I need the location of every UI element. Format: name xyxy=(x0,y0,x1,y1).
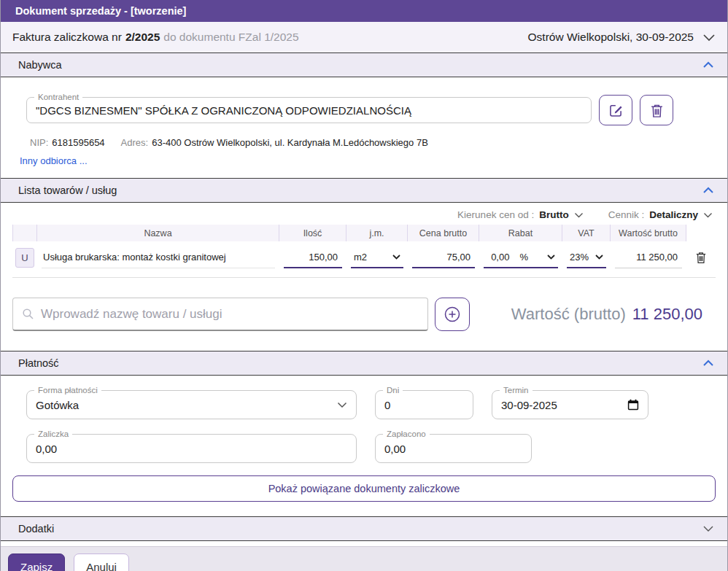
table-row: U Usługa brukarska: montaż kostki granit… xyxy=(12,244,716,271)
paid-value: 0,00 xyxy=(384,443,406,455)
delete-contractor-button[interactable] xyxy=(640,95,673,125)
chevron-down-icon xyxy=(574,212,584,218)
col-header-actions xyxy=(686,225,716,241)
save-button[interactable]: Zapisz xyxy=(8,553,65,571)
price-direction-label: Kierunek cen od : xyxy=(457,209,534,220)
action-footer: Zapisz Anuluj xyxy=(1,546,727,571)
advance-field[interactable]: Zaliczka 0,00 xyxy=(26,434,357,463)
nip-label: NIP: xyxy=(30,137,48,148)
days-field[interactable]: Dni 0 xyxy=(375,390,473,419)
item-type-badge: U xyxy=(15,248,34,268)
price-list-value: Detaliczny xyxy=(649,209,698,220)
plus-circle-icon xyxy=(443,305,462,324)
item-gross-value-cell: 11 250,00 xyxy=(611,246,686,268)
contractor-field[interactable]: Kontrahent "DGCS BIZNESMEN" SPÓŁKA Z OGR… xyxy=(26,97,592,123)
item-gross-price-input[interactable]: 75,00 xyxy=(412,246,475,268)
col-header-discount: Rabat xyxy=(479,225,562,241)
col-header-name: Nazwa xyxy=(37,225,279,241)
buyer-section-body: Kontrahent "DGCS BIZNESMEN" SPÓŁKA Z OGR… xyxy=(1,95,727,178)
place-date-dropdown[interactable]: Ostrów Wielkopolski, 30-09-2025 xyxy=(528,31,716,44)
item-vat-value: 23% xyxy=(570,252,589,263)
item-discount-cell[interactable]: 0,00 % xyxy=(479,246,562,268)
window-title: Dokument sprzedaży - [tworzenie] xyxy=(15,5,186,17)
chevron-up-icon xyxy=(702,360,714,367)
item-vat-cell[interactable]: 23% xyxy=(562,246,611,268)
col-header-unit: j.m. xyxy=(346,225,408,241)
item-discount-input[interactable]: 0,00 xyxy=(487,252,519,263)
paid-field[interactable]: Zapłacono 0,00 xyxy=(375,434,532,463)
col-header-type xyxy=(12,225,37,241)
chevron-down-icon xyxy=(702,525,714,532)
document-total: Wartość (brutto) 11 250,00 xyxy=(511,305,716,324)
col-header-gross-price: Cena brutto xyxy=(408,225,479,241)
item-gross-price-cell[interactable]: 75,00 xyxy=(408,246,479,268)
due-date-field[interactable]: Termin 30-09-2025 xyxy=(492,390,648,419)
chevron-up-icon xyxy=(702,61,714,69)
document-number: 2/2025 xyxy=(125,31,160,44)
show-related-advance-documents-button[interactable]: Pokaż powiązane dokumenty zaliczkowe xyxy=(12,475,716,502)
address-label: Adres: xyxy=(121,137,149,148)
payment-form-label: Forma płatności xyxy=(34,385,101,395)
col-header-gross-value: Wartość brutto xyxy=(611,225,686,241)
item-quantity-input[interactable]: 150,00 xyxy=(284,246,342,268)
item-vat-select[interactable]: 23% xyxy=(567,246,606,268)
section-title-payment: Płatność xyxy=(18,357,59,369)
advance-label: Zaliczka xyxy=(34,429,72,439)
chevron-down-icon xyxy=(702,34,716,42)
footer-gap xyxy=(1,541,727,546)
advance-value: 0,00 xyxy=(36,443,57,455)
chevron-down-icon xyxy=(337,402,347,408)
payment-form-select[interactable]: Forma płatności Gotówka xyxy=(26,390,357,419)
payment-section-body: Forma płatności Gotówka Dni 0 Termin 30-… xyxy=(1,390,727,516)
item-quantity-cell[interactable]: 150,00 xyxy=(279,246,346,268)
add-item-button[interactable] xyxy=(435,298,470,331)
address-value: 63-400 Ostrów Wielkopolski, ul. Kardynał… xyxy=(152,137,428,148)
item-name: Usługa brukarska: montaż kostki granitow… xyxy=(42,246,275,268)
chevron-down-icon xyxy=(703,212,713,218)
item-unit-value: m2 xyxy=(354,252,367,263)
payment-form-value: Gotówka xyxy=(36,399,79,411)
section-header-items[interactable]: Lista towarów / usług xyxy=(1,178,727,203)
item-type-cell: U xyxy=(12,248,37,268)
section-title-extras: Dodatki xyxy=(18,523,54,535)
window-title-bar: Dokument sprzedaży - [tworzenie] xyxy=(1,0,727,22)
section-title-buyer: Nabywca xyxy=(18,59,62,71)
total-value: 11 250,00 xyxy=(632,305,702,324)
trash-icon xyxy=(650,103,664,118)
section-header-extras[interactable]: Dodatki xyxy=(1,516,727,541)
days-label: Dni xyxy=(383,385,403,395)
cancel-button[interactable]: Anuluj xyxy=(74,553,129,571)
chevron-down-icon xyxy=(392,255,400,260)
other-recipient-link[interactable]: Inny odbiorca ... xyxy=(20,155,88,166)
item-unit-select[interactable]: m2 xyxy=(351,246,403,268)
section-header-payment[interactable]: Płatność xyxy=(1,351,727,376)
document-title: Faktura zaliczkowa nr 2/2025 do dokument… xyxy=(12,31,299,44)
items-table: Nazwa Ilość j.m. Cena brutto Rabat VAT W… xyxy=(12,225,716,278)
price-direction-value: Brutto xyxy=(539,209,569,220)
total-label: Wartość (brutto) xyxy=(511,305,626,324)
delete-item-button[interactable] xyxy=(686,251,716,264)
chevron-down-icon[interactable] xyxy=(547,255,555,260)
section-header-buyer[interactable]: Nabywca xyxy=(1,53,727,77)
document-header: Faktura zaliczkowa nr 2/2025 do dokument… xyxy=(1,22,727,53)
item-gross-value: 11 250,00 xyxy=(615,246,682,268)
chevron-down-icon xyxy=(595,255,603,260)
due-date-label: Termin xyxy=(500,385,533,395)
price-list-select[interactable]: Cennik : Detaliczny xyxy=(608,209,713,220)
search-icon xyxy=(22,308,34,320)
contractor-value: "DGCS BIZNESMEN" SPÓŁKA Z OGRANICZONĄ OD… xyxy=(36,104,411,117)
calendar-icon[interactable] xyxy=(627,399,639,411)
section-title-items: Lista towarów / usług xyxy=(18,184,117,196)
item-name-cell[interactable]: Usługa brukarska: montaż kostki granitow… xyxy=(37,246,279,268)
item-discount-unit-value: % xyxy=(519,252,547,263)
item-unit-cell[interactable]: m2 xyxy=(346,246,408,268)
table-row-separator xyxy=(12,277,716,278)
price-list-label: Cennik : xyxy=(608,209,645,220)
col-header-vat: VAT xyxy=(562,225,611,241)
product-search-input[interactable]: Wprowadź nazwę towaru / usługi xyxy=(12,298,428,331)
edit-contractor-button[interactable] xyxy=(599,95,632,125)
contractor-label: Kontrahent xyxy=(34,92,82,102)
paid-label: Zapłacono xyxy=(383,429,430,439)
items-section-body: Kierunek cen od : Brutto Cennik : Detali… xyxy=(1,209,727,351)
price-direction-select[interactable]: Kierunek cen od : Brutto xyxy=(457,209,584,220)
